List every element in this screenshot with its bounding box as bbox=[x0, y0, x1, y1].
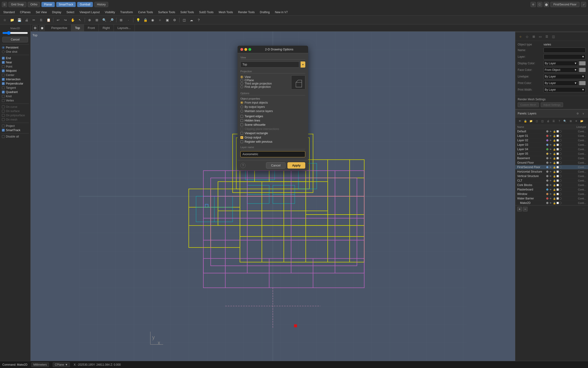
dialog-cb-silhouette-check[interactable] bbox=[240, 123, 243, 126]
layers-sun-icon[interactable]: ☀ bbox=[574, 119, 579, 124]
layer-row[interactable]: Plasterboard 👁 🔒 Conti... bbox=[515, 187, 588, 192]
layer-print-dot[interactable] bbox=[559, 188, 562, 191]
layer-color-dot[interactable] bbox=[546, 166, 548, 168]
dialog-view-select[interactable]: Top bbox=[240, 61, 299, 68]
gumball-btn[interactable]: Gumball bbox=[77, 2, 93, 7]
tool-light[interactable]: 💡 bbox=[135, 17, 141, 23]
tool-print[interactable]: 🖨 bbox=[23, 17, 30, 23]
layers-search-icon[interactable]: 🔍 bbox=[562, 119, 568, 124]
tool-pan[interactable]: ✋ bbox=[69, 17, 76, 23]
tool-standard[interactable]: ☆ bbox=[1, 17, 8, 23]
tab-perspective[interactable]: Perspective bbox=[47, 25, 71, 31]
dialog-help-button[interactable]: ? bbox=[240, 163, 246, 168]
layer-visibility-icon[interactable]: 👁 bbox=[549, 152, 552, 155]
layers-remove-btn[interactable]: − bbox=[523, 207, 527, 212]
layer-visibility-icon[interactable]: 👁 bbox=[549, 175, 552, 178]
osnap-project[interactable]: Project bbox=[1, 124, 29, 128]
layer-color-dot[interactable] bbox=[546, 162, 548, 164]
dialog-maintain-radio[interactable] bbox=[240, 110, 243, 112]
dialog-proj-view[interactable]: View bbox=[240, 75, 289, 79]
props-notes-icon[interactable]: ☰ bbox=[544, 34, 550, 39]
osnap-disableall-checkbox[interactable] bbox=[2, 135, 5, 138]
layers-add-btn[interactable]: + bbox=[517, 207, 522, 212]
layer-lock-icon[interactable]: 🔒 bbox=[553, 143, 556, 147]
dialog-proj-third-radio[interactable] bbox=[240, 82, 243, 85]
menu-curve-tools[interactable]: Curve Tools bbox=[136, 10, 155, 15]
layer-color-dot[interactable] bbox=[546, 184, 548, 186]
layers-grid-icon[interactable]: ⊞ bbox=[568, 119, 573, 124]
viewport-grid-icon[interactable]: ⊞ bbox=[33, 25, 38, 31]
layer-lock-icon[interactable]: 🔒 bbox=[553, 188, 556, 191]
layer-color-dot[interactable] bbox=[546, 175, 548, 177]
layer-row[interactable]: Water Barrier 👁 🔒 Conti... bbox=[515, 196, 588, 201]
osnap-tangent-checkbox[interactable] bbox=[2, 86, 5, 89]
layer-color-dot[interactable] bbox=[546, 170, 548, 173]
dialog-cb-register-check[interactable] bbox=[240, 140, 243, 143]
dialog-layer-name-input[interactable] bbox=[240, 151, 305, 157]
layer-color-dot[interactable] bbox=[546, 144, 548, 146]
layer-visibility-icon[interactable]: 👁 bbox=[549, 192, 552, 196]
menu-drafting[interactable]: Drafting bbox=[258, 10, 272, 15]
osnap-knot-checkbox[interactable] bbox=[2, 95, 5, 98]
osnap-one-shot[interactable]: One shot bbox=[1, 50, 29, 54]
tool-copy[interactable]: ⎘ bbox=[38, 17, 44, 23]
osnap-quadrant-checkbox[interactable]: ✓ bbox=[2, 91, 5, 93]
tool-save[interactable]: 💾 bbox=[16, 17, 23, 23]
layer-lock-icon[interactable]: 🔒 bbox=[553, 156, 556, 160]
layers-options-icon[interactable]: ⋯ bbox=[581, 206, 586, 212]
dialog-cb-tangent[interactable]: Tangent edges bbox=[240, 115, 305, 118]
layer-color-dot[interactable] bbox=[546, 193, 548, 195]
layer-lock-icon[interactable]: 🔒 bbox=[553, 130, 556, 133]
dialog-maintain-source[interactable]: Maintain source layers bbox=[240, 110, 305, 113]
osnap-vertex[interactable]: Vertex bbox=[1, 98, 29, 103]
props-display-color-swatch[interactable] bbox=[579, 61, 586, 65]
layer-lock-icon[interactable]: 🔒 bbox=[553, 152, 556, 155]
layer-print-dot[interactable] bbox=[559, 148, 562, 150]
layer-lock-icon[interactable]: 🔒 bbox=[553, 201, 556, 205]
layer-print-dot[interactable] bbox=[559, 179, 562, 182]
osnap-project-checkbox[interactable] bbox=[2, 125, 5, 127]
osnap-end-checkbox[interactable]: ✓ bbox=[2, 57, 5, 60]
osnap-tangent[interactable]: Tangent bbox=[1, 86, 29, 90]
layers-lock-icon[interactable]: 🔒 bbox=[523, 119, 528, 124]
props-texture-icon[interactable]: ⊞ bbox=[531, 34, 536, 39]
menu-transform[interactable]: Transform bbox=[118, 10, 135, 15]
osnap-knot[interactable]: Knot bbox=[1, 94, 29, 98]
layer-lock-icon[interactable]: 🔒 bbox=[553, 161, 556, 164]
menu-setview[interactable]: Set View bbox=[33, 10, 49, 15]
tool-zoom-window[interactable]: ⊕ bbox=[86, 17, 93, 23]
layer-row[interactable]: Cork Blocks 👁 🔒 Conti... bbox=[515, 183, 588, 187]
dialog-by-output[interactable]: By output layers bbox=[240, 105, 305, 109]
dialog-minimize-btn[interactable] bbox=[244, 48, 247, 51]
props-face-color-swatch[interactable] bbox=[579, 68, 586, 72]
smarttrack-btn[interactable]: SmartTrack bbox=[56, 2, 76, 7]
tool-color-wheel[interactable]: ◉ bbox=[149, 17, 156, 23]
layer-print-dot[interactable] bbox=[559, 170, 562, 173]
dialog-close-btn[interactable] bbox=[240, 48, 243, 51]
layer-row[interactable]: Layer 02 👁 🔒 Conti... bbox=[515, 138, 588, 143]
tool-select[interactable]: ↖ bbox=[77, 17, 83, 23]
layer-lock-icon[interactable]: 🔒 bbox=[553, 192, 556, 196]
tab-front[interactable]: Front bbox=[84, 25, 99, 31]
layer-visibility-icon[interactable]: 👁 bbox=[549, 134, 552, 138]
layer-color-dot[interactable] bbox=[546, 197, 548, 200]
layers-notes-icon[interactable]: ☰ bbox=[551, 119, 556, 124]
layer-lock-icon[interactable]: 🔒 bbox=[553, 184, 556, 187]
layer-visibility-icon[interactable]: 👁 bbox=[549, 188, 552, 191]
layer-print-dot[interactable] bbox=[559, 144, 562, 146]
layer-print-dot[interactable] bbox=[559, 197, 562, 200]
layer-visibility-icon[interactable]: 👁 bbox=[549, 197, 552, 200]
layer-visibility-icon[interactable]: 👁 bbox=[549, 148, 552, 151]
menu-viewport-layout[interactable]: Viewport Layout bbox=[77, 10, 102, 15]
layer-color-dot[interactable] bbox=[546, 202, 548, 204]
dialog-cb-hidden-check[interactable] bbox=[240, 119, 243, 122]
viewport-single-icon[interactable]: ▣ bbox=[40, 25, 45, 31]
layer-color-dot[interactable] bbox=[546, 179, 548, 182]
layer-print-dot[interactable] bbox=[559, 162, 562, 164]
make2d-slider[interactable] bbox=[2, 31, 28, 35]
tool-paste[interactable]: 📋 bbox=[45, 17, 52, 23]
props-linetype-select[interactable]: By Layer ▼ bbox=[544, 74, 586, 79]
layer-lock-icon[interactable]: 🔒 bbox=[553, 139, 556, 142]
dialog-cb-scene-silhouette[interactable]: Scene silhouette bbox=[240, 123, 305, 126]
layer-row[interactable]: Make2D 👁 🔒 Conti... bbox=[515, 201, 588, 205]
